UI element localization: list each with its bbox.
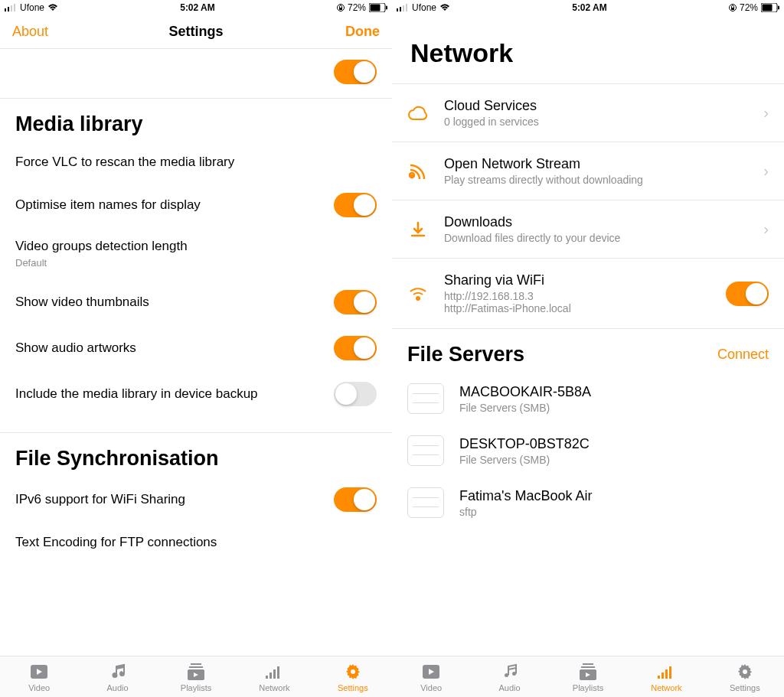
status-bar: Ufone 5:02 AM 72% [392, 0, 784, 15]
server-row-1[interactable]: DESKTOP-0BST82C File Servers (SMB) [392, 425, 784, 477]
server-row-2[interactable]: Fatima's MacBook Air sftp [392, 477, 784, 529]
settings-icon [343, 662, 363, 682]
nav-title: Settings [168, 24, 223, 40]
video-icon [421, 662, 441, 682]
network-screen: Ufone 5:02 AM 72% Network Cloud Services… [392, 0, 784, 697]
lock-icon [729, 3, 737, 12]
force-rescan-row[interactable]: Force VLC to rescan the media library [0, 142, 392, 182]
ipv6-toggle[interactable] [334, 487, 377, 512]
row-label: Optimise item names for display [15, 197, 201, 213]
signal-icon [5, 4, 17, 11]
video-groups-row[interactable]: Video groups detection length Default [0, 228, 392, 279]
downloads-row[interactable]: Downloads Download files directly to you… [392, 200, 784, 259]
network-icon [264, 662, 284, 682]
audio-icon [108, 662, 128, 682]
row-label: Video groups detection length [15, 239, 188, 254]
cloud-services-row[interactable]: Cloud Services 0 logged in services › [392, 84, 784, 142]
file-servers-header: File Servers Connect [392, 328, 784, 373]
carrier-label: Ufone [412, 2, 436, 13]
row-sub: Download files directly to your device [444, 232, 748, 244]
settings-content[interactable]: Media library Force VLC to rescan the me… [0, 49, 392, 656]
svg-rect-8 [386, 6, 387, 10]
tab-label: Video [420, 683, 442, 692]
tab-bar: Video Audio Playlists Network Settings [0, 656, 392, 697]
tab-audio[interactable]: Audio [78, 656, 156, 697]
tab-label: Playlists [181, 683, 211, 692]
show-artworks-toggle[interactable] [334, 336, 377, 360]
svg-rect-18 [270, 673, 272, 679]
connect-button[interactable]: Connect [717, 347, 769, 363]
svg-rect-23 [400, 7, 401, 11]
stream-icon [407, 161, 429, 182]
svg-point-12 [120, 672, 124, 676]
svg-rect-29 [762, 5, 772, 11]
carrier-label: Ufone [20, 2, 44, 13]
tab-network[interactable]: Network [235, 656, 313, 697]
svg-rect-38 [581, 666, 595, 668]
svg-rect-5 [339, 8, 342, 10]
toggle-switch[interactable] [334, 60, 377, 84]
tab-audio[interactable]: Audio [470, 656, 548, 697]
row-sub-1: http://192.168.18.3 [444, 290, 710, 302]
include-backup-toggle[interactable] [334, 382, 377, 406]
about-button[interactable]: About [12, 24, 48, 40]
tab-label: Settings [338, 683, 368, 692]
row-label: Show video thumbnails [15, 295, 149, 310]
show-thumbs-row: Show video thumbnails [0, 279, 392, 325]
row-sub-2: http://Fatimas-iPhone.local [444, 302, 710, 314]
wifi-icon [439, 4, 450, 11]
row-sub: Play streams directly without downloadin… [444, 174, 748, 186]
tab-settings[interactable]: Settings [314, 656, 392, 697]
svg-point-21 [351, 669, 355, 674]
lock-icon [337, 3, 345, 12]
open-stream-row[interactable]: Open Network Stream Play streams directl… [392, 142, 784, 200]
row-title: Open Network Stream [444, 156, 748, 172]
optimise-names-toggle[interactable] [334, 193, 377, 217]
settings-icon [735, 662, 755, 682]
file-sync-header: File Synchronisation [0, 433, 392, 477]
done-button[interactable]: Done [345, 24, 380, 40]
row-label: Show audio artworks [15, 340, 136, 356]
settings-screen: Ufone 5:02 AM 72% About Settings Done Me… [0, 0, 392, 697]
time-label: 5:02 AM [572, 2, 607, 13]
row-label: Text Encoding for FTP connections [15, 535, 217, 550]
server-name: Fatima's MacBook Air [459, 488, 769, 504]
tab-bar: Video Audio Playlists Network Settings [392, 656, 784, 697]
svg-rect-27 [731, 8, 734, 10]
network-header: Network [392, 15, 784, 84]
server-row-0[interactable]: MACBOOKAIR-5B8A File Servers (SMB) [392, 373, 784, 425]
tab-video[interactable]: Video [392, 656, 470, 697]
cloud-icon [407, 103, 429, 124]
row-sub: 0 logged in services [444, 116, 748, 128]
svg-rect-37 [583, 663, 593, 665]
show-thumbs-toggle[interactable] [334, 290, 377, 314]
svg-rect-19 [273, 669, 276, 679]
tab-label: Network [259, 683, 289, 692]
svg-rect-25 [406, 4, 407, 11]
truncated-row [0, 49, 392, 98]
nav-bar: About Settings Done [0, 15, 392, 49]
media-library-header: Media library [0, 99, 392, 142]
tab-playlists[interactable]: Playlists [157, 656, 235, 697]
server-type: sftp [459, 506, 769, 518]
svg-rect-14 [189, 666, 203, 668]
chevron-right-icon: › [763, 162, 769, 180]
tab-settings[interactable]: Settings [706, 656, 784, 697]
section-title: File Servers [407, 343, 524, 366]
svg-rect-1 [8, 7, 9, 11]
text-encoding-row[interactable]: Text Encoding for FTP connections [0, 523, 392, 562]
server-name: DESKTOP-0BST82C [459, 436, 769, 452]
tab-label: Network [651, 683, 681, 692]
video-icon [29, 662, 49, 682]
tab-playlists[interactable]: Playlists [549, 656, 627, 697]
row-label: Force VLC to rescan the media library [15, 155, 234, 170]
tab-video[interactable]: Video [0, 656, 78, 697]
tab-network[interactable]: Network [627, 656, 705, 697]
playlists-icon [186, 662, 206, 682]
tab-label: Playlists [573, 683, 603, 692]
wifi-sharing-toggle[interactable] [726, 282, 769, 306]
row-label: IPv6 support for WiFi Sharing [15, 492, 185, 507]
tab-label: Audio [107, 683, 129, 692]
battery-pct-label: 72% [740, 2, 758, 13]
network-content[interactable]: Network Cloud Services 0 logged in servi… [392, 15, 784, 656]
